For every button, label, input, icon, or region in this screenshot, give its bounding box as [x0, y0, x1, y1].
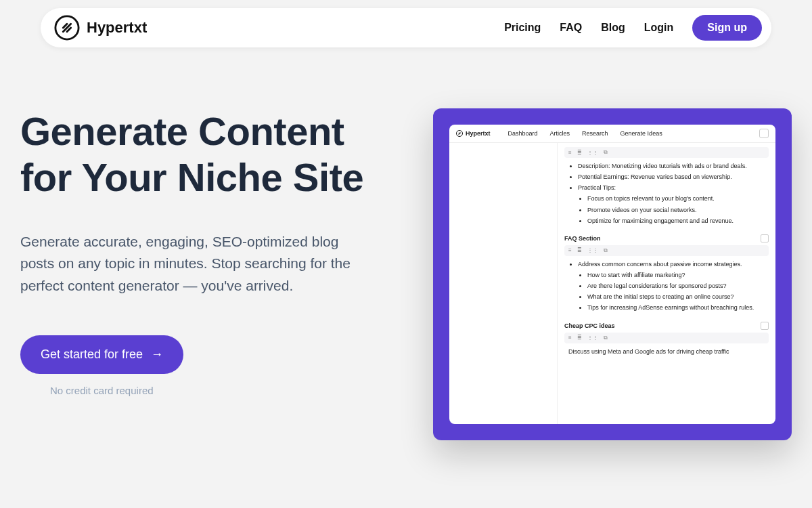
hero-title: Generate Content for Your Niche Site: [20, 108, 406, 201]
list-ul-icon[interactable]: ≡: [568, 150, 572, 156]
app-content: ≡ ≣ ⋮⋮ ⧉ Description: Monetizing video t…: [558, 143, 775, 424]
list-item: Tips for increasing AdSense earnings wit…: [587, 303, 769, 312]
nav-links: Pricing FAQ Blog Login Sign up: [504, 15, 762, 41]
brand-text: Hypertxt: [87, 19, 147, 37]
link-icon[interactable]: ⧉: [604, 335, 608, 341]
app-topbar: Hypertxt Dashboard Articles Research Gen…: [449, 125, 775, 143]
nav-blog[interactable]: Blog: [601, 22, 625, 34]
cta-button[interactable]: Get started for free →: [20, 335, 183, 374]
link-icon[interactable]: ⧉: [604, 247, 608, 254]
product-preview: Hypertxt Dashboard Articles Research Gen…: [433, 108, 792, 440]
list-item: What are the initial steps to creating a…: [587, 293, 769, 301]
nav-pricing[interactable]: Pricing: [504, 22, 541, 34]
arrow-right-icon: →: [151, 347, 163, 362]
list-item: Potential Earnings: Revenue varies based…: [578, 173, 769, 181]
app-tabs: Dashboard Articles Research Generate Ide…: [508, 130, 662, 137]
brand[interactable]: Hypertxt: [54, 15, 147, 41]
app-sidebar: [449, 143, 558, 424]
list-ol-icon[interactable]: ≣: [577, 150, 582, 156]
list-check-icon[interactable]: ⋮⋮: [587, 335, 598, 341]
editor-toolbar[interactable]: ≡ ≣ ⋮⋮ ⧉: [564, 333, 769, 343]
list-item: Description: Monetizing video tutorials …: [578, 162, 769, 170]
section-title: Cheap CPC ideas: [564, 322, 615, 329]
section-body: Discuss using Meta and Google ads for dr…: [564, 347, 769, 356]
user-avatar[interactable]: [759, 129, 769, 138]
trash-icon[interactable]: [761, 234, 769, 242]
section-title: FAQ Section: [564, 235, 601, 242]
app-brand[interactable]: Hypertxt: [456, 130, 491, 137]
list-item: How to start with affiliate marketing?: [587, 271, 769, 279]
top-nav: Hypertxt Pricing FAQ Blog Login Sign up: [41, 8, 771, 47]
no-credit-card-text: No credit card required: [20, 385, 406, 396]
signup-button[interactable]: Sign up: [692, 15, 762, 41]
trash-icon[interactable]: [761, 322, 769, 330]
app-body: ≡ ≣ ⋮⋮ ⧉ Description: Monetizing video t…: [449, 143, 775, 424]
nav-login[interactable]: Login: [644, 22, 674, 34]
content-section: FAQ Section ≡ ≣ ⋮⋮ ⧉ Address common conc…: [564, 234, 769, 312]
cta-label: Get started for free: [41, 347, 143, 362]
hero-copy: Generate Content for Your Niche Site Gen…: [20, 108, 406, 440]
list-item: Practical Tips: Focus on topics relevant…: [578, 184, 769, 225]
nav-faq[interactable]: FAQ: [560, 22, 582, 34]
hero-section: Generate Content for Your Niche Site Gen…: [0, 47, 812, 440]
content-section: ≡ ≣ ⋮⋮ ⧉ Description: Monetizing video t…: [564, 147, 769, 225]
section-header: FAQ Section: [564, 234, 769, 242]
logo-icon: [54, 15, 80, 41]
app-window: Hypertxt Dashboard Articles Research Gen…: [449, 125, 775, 424]
link-icon[interactable]: ⧉: [604, 149, 608, 156]
list-item-text: Address common concerns about passive in…: [578, 261, 742, 268]
content-section: Cheap CPC ideas ≡ ≣ ⋮⋮ ⧉ Discuss using M…: [564, 322, 769, 356]
hero-subtitle: Generate accurate, engaging, SEO-optimiz…: [20, 231, 372, 297]
list-item: Are there legal considerations for spons…: [587, 282, 769, 290]
list-ol-icon[interactable]: ≣: [577, 247, 582, 253]
list-check-icon[interactable]: ⋮⋮: [587, 247, 598, 253]
list-ol-icon[interactable]: ≣: [577, 335, 582, 341]
tab-research[interactable]: Research: [582, 130, 608, 137]
logo-icon: [456, 130, 463, 137]
bullet-list: Description: Monetizing video tutorials …: [564, 162, 769, 225]
list-item: Address common concerns about passive in…: [578, 260, 769, 312]
app-brand-text: Hypertxt: [466, 130, 491, 137]
list-check-icon[interactable]: ⋮⋮: [587, 150, 598, 156]
list-item: Promote videos on your social networks.: [587, 206, 769, 214]
list-item: Optimize for maximizing engagement and a…: [587, 217, 769, 225]
editor-toolbar[interactable]: ≡ ≣ ⋮⋮ ⧉: [564, 147, 769, 158]
list-item: Focus on topics relevant to your blog's …: [587, 194, 769, 203]
tab-generate-ideas[interactable]: Generate Ideas: [621, 130, 662, 137]
list-ul-icon[interactable]: ≡: [568, 247, 572, 253]
list-item-text: Practical Tips:: [578, 184, 616, 191]
bullet-list: Address common concerns about passive in…: [564, 260, 769, 312]
list-ul-icon[interactable]: ≡: [568, 335, 572, 341]
editor-toolbar[interactable]: ≡ ≣ ⋮⋮ ⧉: [564, 245, 769, 256]
section-header: Cheap CPC ideas: [564, 322, 769, 330]
tab-dashboard[interactable]: Dashboard: [508, 130, 538, 137]
tab-articles[interactable]: Articles: [550, 130, 570, 137]
